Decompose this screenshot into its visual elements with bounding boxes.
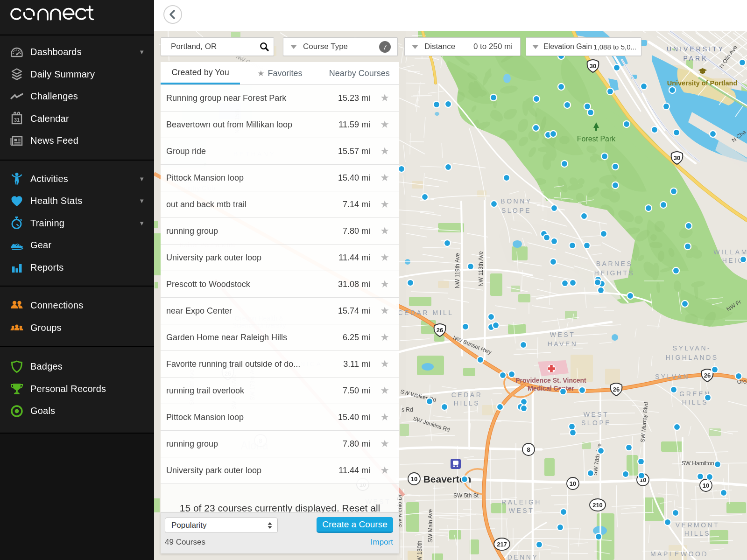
svg-text:s Rd: s Rd	[402, 406, 413, 413]
svg-text:HILLS: HILLS	[684, 530, 711, 537]
svg-text:HAVEN: HAVEN	[548, 340, 578, 348]
svg-text:WEST: WEST	[550, 331, 575, 338]
svg-text:WEST: WEST	[509, 507, 534, 514]
svg-text:8: 8	[527, 446, 530, 453]
svg-text:SW Main Ave: SW Main Ave	[427, 509, 434, 543]
svg-text:Medical Center: Medical Center	[528, 385, 574, 392]
svg-text:Forest Park: Forest Park	[577, 135, 616, 143]
svg-text:BONNY: BONNY	[500, 197, 532, 205]
svg-text:SW 5th St: SW 5th St	[453, 492, 479, 499]
svg-text:MAPLEWOOD: MAPLEWOOD	[650, 550, 708, 558]
svg-text:VERMONT: VERMONT	[676, 521, 720, 529]
svg-text:10: 10	[411, 476, 417, 483]
svg-text:HILLS: HILLS	[454, 399, 480, 407]
svg-text:26: 26	[704, 372, 711, 379]
svg-text:30: 30	[674, 154, 680, 161]
svg-text:DENNY: DENNY	[507, 553, 539, 560]
svg-text:RALEIGH: RALEIGH	[501, 498, 542, 506]
svg-text:SW 130th: SW 130th	[416, 541, 423, 560]
svg-text:SYLVAN: SYLVAN	[655, 373, 690, 380]
svg-text:PARK: PARK	[683, 55, 708, 62]
svg-text:NW 119th Ave: NW 119th Ave	[454, 253, 461, 288]
svg-text:10: 10	[703, 482, 709, 489]
svg-text:CEDAR MILL: CEDAR MILL	[398, 309, 453, 316]
svg-text:30: 30	[590, 63, 596, 70]
svg-text:NW 113th Ave: NW 113th Ave	[478, 251, 484, 287]
svg-text:210: 210	[592, 502, 603, 509]
svg-text:26: 26	[437, 327, 443, 334]
svg-text:HIGHLANDS: HIGHLANDS	[665, 354, 718, 361]
svg-text:SLOPE: SLOPE	[501, 207, 531, 214]
svg-text:HILLS: HILLS	[682, 399, 708, 406]
svg-text:UNIVERSITY: UNIVERSITY	[667, 45, 725, 53]
svg-text:217: 217	[497, 541, 507, 548]
svg-text:University of Portland: University of Portland	[667, 79, 738, 87]
svg-text:BARNES: BARNES	[596, 260, 633, 267]
svg-text:10: 10	[570, 480, 576, 487]
svg-text:CEDAR: CEDAR	[451, 391, 483, 399]
svg-text:Providence St. Vincent: Providence St. Vincent	[515, 377, 586, 384]
svg-text:SLOPE: SLOPE	[581, 419, 611, 427]
svg-text:WEST: WEST	[584, 411, 609, 418]
svg-text:SYLVAN-: SYLVAN-	[673, 344, 711, 352]
svg-text:HEIGHTS: HEIGHTS	[594, 269, 635, 277]
svg-text:WILLAMETT: WILLAMETT	[713, 248, 747, 256]
svg-text:31: 31	[14, 117, 20, 123]
svg-text:26: 26	[613, 386, 620, 393]
